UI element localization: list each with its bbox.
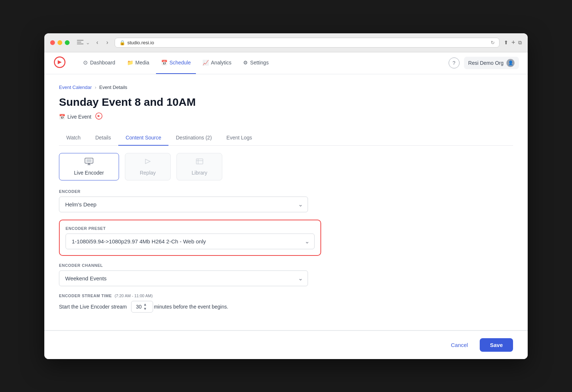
stream-time-prefix: Start the Live Encoder stream [59, 304, 127, 310]
source-tab-replay[interactable]: Replay [125, 153, 171, 180]
user-icon: 👤 [506, 59, 515, 67]
page-title: Sunday Event 8 and 10AM [59, 96, 513, 108]
lock-icon: 🔒 [119, 40, 125, 45]
event-type: Live Event [67, 114, 91, 120]
stepper-input: ▲ ▼ [131, 301, 149, 313]
encoder-label: ENCODER [59, 189, 513, 194]
encoder-stream-time-field-group: ENCODER STREAM TIME (7:20 AM - 11:00 AM)… [59, 294, 513, 313]
stepper-buttons: ▲ ▼ [143, 302, 147, 311]
close-button[interactable] [50, 40, 55, 45]
encoder-preset-label: ENCODER PRESET [66, 226, 315, 231]
source-tab-library[interactable]: Library [177, 153, 222, 180]
page-actions: Cancel Save [44, 331, 528, 359]
breadcrumb-current: Event Details [99, 85, 127, 90]
tabs: Watch Details Content Source Destination… [59, 130, 513, 146]
minimize-button[interactable] [57, 40, 62, 45]
nav-analytics[interactable]: 📈 Analytics [197, 52, 237, 74]
logo [53, 56, 66, 70]
encoder-select[interactable]: Helm's Deep [59, 197, 308, 212]
encoder-channel-select[interactable]: Weekend Events [59, 270, 308, 286]
share-button[interactable]: ⬆ [504, 40, 508, 45]
browser-titlebar: ⌄ ‹ › 🔒 studio.resi.io ↻ ⬆ + ⧉ [44, 33, 528, 52]
question-icon: ? [453, 60, 456, 66]
stream-time-suffix: minutes before the event begins. [154, 304, 228, 310]
source-tab-live-encoder[interactable]: Live Encoder [59, 153, 119, 180]
encoder-field-group: ENCODER Helm's Deep ⌄ [59, 189, 513, 212]
encoder-icon [85, 158, 93, 167]
top-nav: ⊙ Dashboard 📁 Media 📅 Schedule 📈 Analyti… [44, 52, 528, 74]
encoder-select-wrapper: Helm's Deep ⌄ [59, 197, 308, 212]
svg-rect-5 [196, 159, 203, 164]
encoder-channel-label: ENCODER CHANNEL [59, 263, 513, 268]
tab-content-source[interactable]: Content Source [118, 130, 168, 146]
event-meta: 📅 Live Event [59, 112, 513, 122]
live-event-badge: 📅 Live Event [59, 114, 91, 120]
calendar-small-icon: 📅 [59, 114, 65, 120]
encoder-channel-select-wrapper: Weekend Events ⌄ [59, 270, 308, 286]
folder-icon: 📁 [127, 60, 133, 66]
forward-button[interactable]: › [104, 38, 110, 46]
breadcrumb: Event Calendar › Event Details [59, 85, 513, 90]
org-name: Resi Demo Org [468, 60, 504, 66]
page-content: Event Calendar › Event Details Sunday Ev… [44, 74, 528, 330]
windows-button[interactable]: ⧉ [518, 40, 522, 46]
help-button[interactable]: ? [449, 57, 460, 68]
encoder-preset-field-group: ENCODER PRESET 1-1080i59.94->1080p29.97 … [59, 220, 321, 256]
encoder-channel-field-group: ENCODER CHANNEL Weekend Events ⌄ [59, 263, 513, 286]
stream-time-row: Start the Live Encoder stream ▲ ▼ minute… [59, 301, 513, 313]
calendar-icon: 📅 [161, 60, 167, 66]
address-bar[interactable]: 🔒 studio.resi.io ↻ [115, 38, 500, 48]
back-button[interactable]: ‹ [94, 38, 100, 46]
url-text: studio.resi.io [127, 40, 154, 45]
nav-right: ? Resi Demo Org 👤 [449, 57, 519, 69]
new-tab-button[interactable]: + [511, 39, 515, 46]
save-button[interactable]: Save [480, 338, 513, 352]
nav-links: ⊙ Dashboard 📁 Media 📅 Schedule 📈 Analyti… [78, 52, 449, 74]
org-badge[interactable]: Resi Demo Org 👤 [464, 57, 519, 69]
nav-dashboard[interactable]: ⊙ Dashboard [78, 52, 120, 74]
encoder-stream-time-label: ENCODER STREAM TIME (7:20 AM - 11:00 AM) [59, 294, 513, 298]
nav-settings[interactable]: ⚙ Settings [238, 52, 274, 74]
app-content: ⊙ Dashboard 📁 Media 📅 Schedule 📈 Analyti… [44, 52, 528, 359]
resi-logo-small [95, 112, 103, 122]
tab-destinations[interactable]: Destinations (2) [168, 130, 219, 146]
traffic-lights [50, 40, 70, 45]
nav-media[interactable]: 📁 Media [122, 52, 155, 74]
cancel-button[interactable]: Cancel [445, 338, 474, 352]
breadcrumb-separator: › [95, 85, 96, 90]
dashboard-icon: ⊙ [83, 59, 88, 66]
source-tabs: Live Encoder Replay [59, 146, 513, 180]
tab-event-logs[interactable]: Event Logs [219, 130, 259, 146]
stepper-down-button[interactable]: ▼ [143, 307, 147, 311]
browser-window: ⌄ ‹ › 🔒 studio.resi.io ↻ ⬆ + ⧉ [44, 33, 528, 359]
encoder-preset-select-wrapper: 1-1080i59.94->1080p29.97 4Mb H264 2-Ch -… [66, 234, 315, 249]
sidebar-toggle[interactable] [77, 40, 83, 45]
reload-icon[interactable]: ↻ [491, 40, 495, 45]
form-section: ENCODER Helm's Deep ⌄ ENCODER PRESET 1-1… [59, 189, 513, 313]
maximize-button[interactable] [65, 40, 70, 45]
tab-details[interactable]: Details [88, 130, 118, 146]
svg-rect-1 [86, 159, 92, 162]
breadcrumb-parent[interactable]: Event Calendar [59, 85, 92, 90]
stepper-value-input[interactable] [131, 301, 153, 313]
encoder-preset-select[interactable]: 1-1080i59.94->1080p29.97 4Mb H264 2-Ch -… [66, 234, 315, 249]
chevron-down-icon: ⌄ [86, 40, 90, 45]
chart-icon: 📈 [203, 60, 209, 66]
browser-actions: ⬆ + ⧉ [504, 39, 522, 46]
stepper-up-button[interactable]: ▲ [143, 302, 147, 307]
gear-icon: ⚙ [243, 60, 248, 66]
replay-icon [144, 158, 152, 167]
library-icon [196, 158, 204, 167]
stream-time-note: (7:20 AM - 11:00 AM) [115, 294, 153, 298]
tab-watch[interactable]: Watch [59, 130, 88, 146]
nav-schedule[interactable]: 📅 Schedule [156, 52, 196, 74]
